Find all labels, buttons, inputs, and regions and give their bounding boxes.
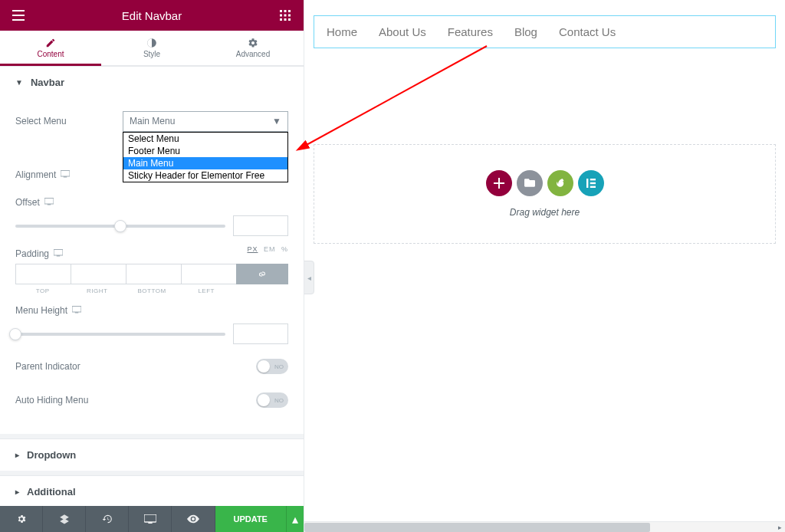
- parent-indicator-switch[interactable]: NO: [256, 359, 288, 374]
- offset-slider[interactable]: [15, 225, 225, 228]
- responsive-icon[interactable]: [54, 248, 63, 259]
- section-navbar[interactable]: ▼ Navbar: [0, 66, 304, 98]
- svg-rect-7: [284, 18, 287, 21]
- link-values-button[interactable]: [236, 264, 288, 284]
- svg-rect-16: [72, 307, 81, 313]
- section-dropdown[interactable]: ▸ Dropdown: [0, 438, 304, 471]
- nav-item-blog[interactable]: Blog: [514, 25, 537, 38]
- tab-advanced[interactable]: Advanced: [202, 31, 304, 65]
- label-parent-indicator: Parent Indicator: [15, 361, 256, 372]
- svg-rect-33: [590, 179, 595, 180]
- panel-title: Edit Navbar: [29, 9, 274, 22]
- unit-em[interactable]: EM: [264, 245, 276, 253]
- hamburger-icon[interactable]: [8, 5, 29, 26]
- svg-rect-32: [586, 179, 588, 188]
- svg-rect-2: [288, 10, 291, 12]
- auto-hiding-switch[interactable]: NO: [256, 392, 288, 408]
- navbar-widget[interactable]: Home About Us Features Blog Contact Us: [314, 15, 776, 48]
- nav-item-home[interactable]: Home: [327, 25, 357, 38]
- svg-rect-5: [288, 15, 291, 17]
- label-padding: Padding: [15, 248, 49, 259]
- tab-label: Style: [143, 50, 160, 58]
- svg-rect-11: [64, 176, 67, 178]
- nav-item-about[interactable]: About Us: [379, 25, 426, 38]
- option-sticky-header[interactable]: Sticky Header for Elementor Free: [123, 169, 287, 182]
- padding-bottom-input[interactable]: [126, 264, 181, 284]
- menu-height-input[interactable]: [233, 323, 288, 344]
- section-title: Dropdown: [27, 449, 76, 461]
- tab-content[interactable]: Content: [0, 31, 101, 65]
- svg-rect-35: [590, 186, 595, 188]
- history-button[interactable]: [86, 506, 129, 532]
- add-section-button[interactable]: [486, 170, 512, 196]
- label-menu-height: Menu Height: [15, 305, 67, 316]
- unit-px[interactable]: PX: [247, 245, 258, 253]
- unit-pct[interactable]: %: [281, 245, 288, 253]
- svg-rect-30: [144, 514, 156, 522]
- preview-area: ◂ Home About Us Features Blog Contact Us…: [304, 0, 785, 532]
- navbar-controls: Select Menu Main Menu ▼ Select Menu Foot…: [0, 98, 304, 434]
- switch-text: NO: [274, 363, 284, 370]
- switch-text: NO: [274, 397, 284, 404]
- caret-down-icon: ▼: [15, 78, 23, 87]
- panel-tabs: Content Style Advanced: [0, 31, 304, 66]
- padding-units: PX EM %: [244, 245, 288, 253]
- label-auto-hiding: Auto Hiding Menu: [15, 395, 256, 406]
- responsive-icon[interactable]: [61, 169, 70, 180]
- svg-rect-14: [54, 250, 63, 256]
- svg-rect-0: [280, 10, 282, 12]
- collapse-panel-button[interactable]: ◂: [304, 261, 314, 294]
- settings-button[interactable]: [0, 506, 43, 532]
- template-library-button[interactable]: [517, 170, 543, 196]
- navigator-button[interactable]: [43, 506, 86, 532]
- elementor-button[interactable]: [578, 170, 604, 196]
- svg-rect-8: [288, 18, 291, 21]
- drop-text: Drag widget here: [510, 207, 580, 218]
- svg-rect-17: [75, 312, 79, 314]
- section-title: Navbar: [31, 77, 64, 88]
- caret-right-icon: ▸: [15, 488, 19, 496]
- menu-height-slider[interactable]: [15, 333, 225, 336]
- nav-item-features[interactable]: Features: [448, 25, 493, 38]
- svg-rect-12: [44, 199, 54, 205]
- svg-rect-1: [284, 10, 287, 12]
- scroll-right-icon[interactable]: ▸: [774, 522, 785, 532]
- padding-label-right: RIGHT: [70, 284, 124, 294]
- responsive-icon[interactable]: [44, 197, 54, 208]
- panel-footer: UPDATE ▴: [0, 506, 304, 532]
- panel-body: ▼ Navbar Select Menu Main Menu ▼ Select …: [0, 66, 304, 506]
- responsive-icon[interactable]: [72, 305, 81, 316]
- drop-zone[interactable]: Drag widget here: [314, 144, 776, 244]
- padding-top-input[interactable]: [15, 264, 71, 284]
- svg-rect-13: [48, 204, 51, 205]
- svg-rect-10: [61, 171, 70, 177]
- padding-left-input[interactable]: [181, 264, 236, 284]
- section-additional[interactable]: ▸ Additional: [0, 475, 304, 506]
- option-footer-menu[interactable]: Footer Menu: [123, 145, 287, 157]
- offset-input[interactable]: [233, 215, 288, 236]
- select-menu-options: Select Menu Footer Menu Main Menu Sticky…: [123, 132, 288, 182]
- horizontal-scrollbar[interactable]: ◂ ▸: [304, 521, 785, 532]
- apps-icon[interactable]: [274, 5, 296, 26]
- update-options-button[interactable]: ▴: [287, 506, 304, 532]
- padding-label-top: TOP: [15, 284, 70, 294]
- svg-rect-31: [148, 522, 152, 524]
- responsive-button[interactable]: [129, 506, 172, 532]
- padding-right-input[interactable]: [71, 264, 126, 284]
- editor-panel: Edit Navbar Content Style Advanced ▼: [0, 0, 304, 532]
- nav-item-contact[interactable]: Contact Us: [559, 25, 616, 38]
- tab-style[interactable]: Style: [101, 31, 202, 65]
- caret-right-icon: ▸: [15, 451, 19, 459]
- svg-rect-4: [284, 15, 287, 17]
- chevron-down-icon: ▼: [272, 116, 281, 126]
- padding-label-bottom: BOTTOM: [124, 284, 179, 294]
- option-main-menu[interactable]: Main Menu: [123, 157, 287, 169]
- tab-label: Advanced: [236, 50, 270, 58]
- preview-button[interactable]: [172, 506, 215, 532]
- update-button[interactable]: UPDATE: [215, 506, 287, 532]
- panel-header: Edit Navbar: [0, 0, 304, 31]
- svg-rect-15: [57, 255, 61, 257]
- select-menu-dropdown[interactable]: Main Menu ▼: [123, 111, 288, 132]
- option-select-menu[interactable]: Select Menu: [123, 133, 287, 145]
- envato-button[interactable]: [547, 170, 573, 196]
